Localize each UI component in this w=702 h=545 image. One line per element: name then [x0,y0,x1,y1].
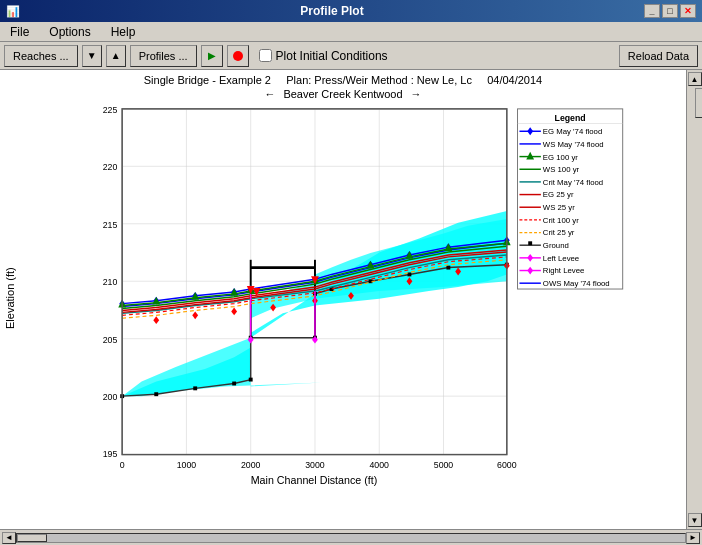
chart-inner: 225 220 215 210 205 200 195 0 1000 2000 … [20,104,682,513]
main-content: Single Bridge - Example 2 Plan: Press/We… [0,70,702,529]
chart-subtitle-row: ← Beaver Creek Kentwood → [4,88,682,100]
svg-text:Main Channel Distance (ft): Main Channel Distance (ft) [251,474,378,486]
svg-text:2000: 2000 [241,460,261,470]
svg-text:195: 195 [103,449,118,459]
profiles-button[interactable]: Profiles ... [130,45,197,67]
svg-rect-34 [193,386,197,390]
minimize-button[interactable]: _ [644,4,660,18]
svg-text:EG  25 yr: EG 25 yr [543,190,574,199]
svg-rect-41 [369,279,373,283]
chart-svg: 225 220 215 210 205 200 195 0 1000 2000 … [20,104,682,513]
menu-help[interactable]: Help [105,24,142,40]
left-arrow: ← [264,88,275,100]
plot-initial-conditions-area: Plot Initial Conditions [259,49,388,63]
chart-title-text: Single Bridge - Example 2 [144,74,271,86]
svg-text:EG  100 yr: EG 100 yr [543,153,578,162]
svg-text:0: 0 [120,460,125,470]
svg-text:200: 200 [103,392,118,402]
scrollbar-thumb[interactable] [17,534,47,542]
right-arrow: → [411,88,422,100]
svg-text:OWS  May '74 flood: OWS May '74 flood [543,279,610,288]
svg-text:WS  100 yr: WS 100 yr [543,165,580,174]
menu-file[interactable]: File [4,24,35,40]
menu-options[interactable]: Options [43,24,96,40]
svg-text:Crit  25 yr: Crit 25 yr [543,228,575,237]
svg-text:205: 205 [103,335,118,345]
svg-text:Ground: Ground [543,241,569,250]
vertical-scrollbar[interactable]: ▲ ▼ [686,70,702,529]
svg-text:210: 210 [103,277,118,287]
svg-rect-35 [232,382,236,386]
svg-text:Left Levee: Left Levee [543,254,579,263]
window-icon: 📊 [6,5,20,18]
svg-text:6000: 6000 [497,460,517,470]
svg-text:5000: 5000 [434,460,454,470]
svg-text:WS  25 yr: WS 25 yr [543,203,575,212]
chart-plan-text: Plan: Press/Weir Method : New Le, Lc [286,74,472,86]
plot-initial-conditions-label: Plot Initial Conditions [276,49,388,63]
window-title: Profile Plot [300,4,363,18]
plot-initial-conditions-checkbox[interactable] [259,49,272,62]
svg-text:215: 215 [103,220,118,230]
title-bar: 📊 Profile Plot _ □ ✕ [0,0,702,22]
up-arrow-button[interactable]: ▲ [106,45,126,67]
reload-data-button[interactable]: Reload Data [619,45,698,67]
scroll-up-button[interactable]: ▲ [688,72,702,86]
reaches-button[interactable]: Reaches ... [4,45,78,67]
menu-bar: File Options Help [0,22,702,42]
scroll-left-button[interactable]: ◄ [2,532,16,544]
svg-text:Crit  100 yr: Crit 100 yr [543,216,579,225]
svg-rect-43 [446,266,450,270]
svg-text:EG  May '74 flood: EG May '74 flood [543,127,602,136]
toolbar: Reaches ... ▼ ▲ Profiles ... ▶ Plot Init… [0,42,702,70]
svg-rect-107 [528,241,532,245]
subtitle-text: Beaver Creek Kentwood [283,88,402,100]
svg-text:4000: 4000 [370,460,390,470]
horizontal-scrollbar[interactable]: ◄ ► [0,529,702,545]
chart-date-text: 04/04/2014 [487,74,542,86]
svg-text:Crit  May '74 flood: Crit May '74 flood [543,178,603,187]
scroll-down-button[interactable]: ▼ [688,513,702,527]
chart-wrapper: Elevation (ft) [4,104,682,513]
record-button[interactable] [227,45,249,67]
svg-rect-33 [154,392,158,396]
chart-area: Single Bridge - Example 2 Plan: Press/We… [0,70,686,529]
svg-text:WS  May '74 flood: WS May '74 flood [543,140,604,149]
window-controls: _ □ ✕ [644,4,696,18]
svg-text:220: 220 [103,162,118,172]
play-button[interactable]: ▶ [201,45,223,67]
svg-text:225: 225 [103,105,118,115]
scroll-right-button[interactable]: ► [686,532,700,544]
svg-text:Right Levee: Right Levee [543,266,585,275]
svg-text:1000: 1000 [177,460,197,470]
close-button[interactable]: ✕ [680,4,696,18]
svg-rect-36 [249,378,253,382]
y-axis-label: Elevation (ft) [4,104,20,513]
svg-text:Legend: Legend [555,113,586,123]
maximize-button[interactable]: □ [662,4,678,18]
down-arrow-button[interactable]: ▼ [82,45,102,67]
svg-text:3000: 3000 [305,460,325,470]
chart-header: Single Bridge - Example 2 Plan: Press/We… [4,74,682,86]
scrollbar-track [16,533,686,543]
